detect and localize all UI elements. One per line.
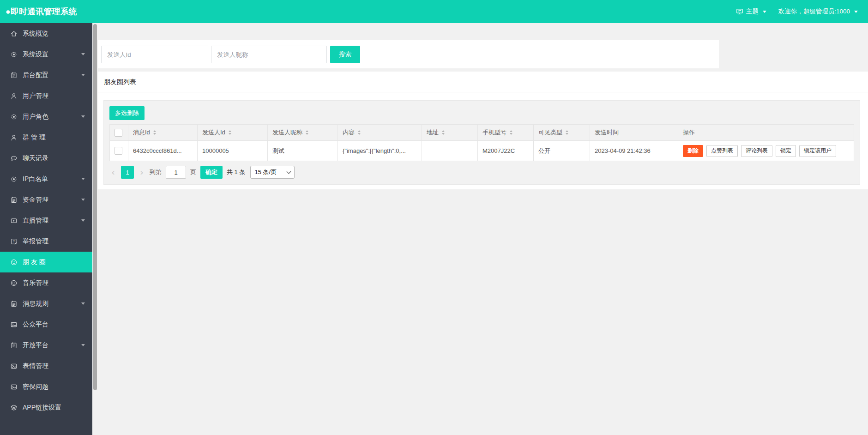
- sidebar-item-report-management[interactable]: ?举报管理: [0, 231, 92, 252]
- sidebar-item-label: 朋 友 圈: [23, 258, 46, 266]
- table-card: 多选删除 消息Id发送人Id发送人昵称内容地址手机型号可见类型发送时间操作 64…: [103, 100, 860, 185]
- sidebar-item-moments[interactable]: 朋 友 圈: [0, 252, 92, 272]
- theme-label: 主题: [746, 7, 759, 16]
- action-lock-button[interactable]: 锁定: [776, 145, 796, 157]
- column-header-sender_id: 发送人Id: [202, 128, 225, 137]
- theme-menu[interactable]: 主题: [736, 7, 766, 16]
- column-header-actions: 操作: [683, 128, 695, 137]
- action-like-list-button[interactable]: 点赞列表: [706, 145, 738, 157]
- sort-icon[interactable]: [358, 130, 361, 135]
- select-all-checkbox[interactable]: [115, 129, 122, 137]
- report-icon: ?: [10, 238, 18, 245]
- sidebar: 系统概览系统设置后台配置用户管理用户角色群 管 理聊天记录IP白名单资金管理直播…: [0, 23, 92, 435]
- sidebar-scrollbar-thumb[interactable]: [93, 24, 97, 390]
- chat-icon: [10, 155, 18, 162]
- svg-text:?: ?: [13, 239, 15, 243]
- sidebar-item-label: 系统设置: [23, 50, 48, 59]
- cell-address: [422, 141, 478, 161]
- user-menu[interactable]: 欢迎你，超级管理员:1000: [778, 7, 858, 16]
- sidebar-item-label: 后台配置: [23, 71, 48, 79]
- cell-content: {"images":[{"length":0,...: [338, 141, 422, 161]
- chevron-down-icon: [854, 11, 858, 13]
- sidebar-item-system-settings[interactable]: 系统设置: [0, 44, 92, 65]
- sidebar-item-chat-records[interactable]: 聊天记录: [0, 148, 92, 169]
- sidebar-item-system-overview[interactable]: 系统概览: [0, 23, 92, 44]
- sort-icon[interactable]: [306, 130, 308, 135]
- page-title: 朋友圈列表: [98, 72, 868, 92]
- cell-send_time: 2023-04-09 21:42:36: [590, 141, 678, 161]
- sort-icon[interactable]: [229, 130, 231, 135]
- bulk-delete-button[interactable]: 多选删除: [109, 106, 145, 120]
- goto-suffix-label: 页: [190, 168, 196, 176]
- sidebar-item-public-platform[interactable]: 公众平台: [0, 314, 92, 335]
- prev-page-icon[interactable]: ‹: [109, 166, 117, 179]
- sort-icon[interactable]: [566, 130, 568, 135]
- current-page-button[interactable]: 1: [121, 166, 134, 179]
- sidebar-item-label: 直播管理: [23, 217, 48, 225]
- table-row: 6432c0cccf861d...10000005测试{"images":[{"…: [110, 141, 854, 161]
- sidebar-item-label: 表情管理: [23, 362, 48, 370]
- notepad-icon: [10, 196, 18, 204]
- sidebar-item-live-management[interactable]: 直播管理: [0, 210, 92, 231]
- smiley-icon: [10, 279, 18, 287]
- user-icon: [10, 92, 18, 100]
- page-size-select[interactable]: 15 条/页: [250, 166, 295, 179]
- sidebar-scrollbar-track: [92, 23, 98, 435]
- action-lock-user-button[interactable]: 锁定该用户: [799, 145, 836, 157]
- chevron-down-icon: [287, 169, 291, 174]
- sidebar-item-user-roles[interactable]: 用户角色: [0, 106, 92, 127]
- goto-page-input[interactable]: [166, 166, 186, 179]
- theme-icon: [736, 8, 743, 15]
- gear-icon: [10, 113, 18, 121]
- sidebar-item-emoji-management[interactable]: 表情管理: [0, 356, 92, 376]
- sender-id-input[interactable]: [101, 46, 208, 63]
- topbar: ●即时通讯管理系统 主题 欢迎你，超级管理员:1000: [0, 0, 868, 23]
- image-icon: [10, 362, 18, 370]
- sidebar-item-user-management[interactable]: 用户管理: [0, 85, 92, 106]
- sidebar-item-label: 聊天记录: [23, 154, 48, 163]
- sidebar-item-label: 资金管理: [23, 196, 48, 204]
- sidebar-item-label: IP白名单: [23, 175, 48, 183]
- chevron-down-icon: [81, 53, 85, 55]
- sidebar-item-open-platform[interactable]: 开放平台: [0, 335, 92, 356]
- sidebar-item-funds-management[interactable]: 资金管理: [0, 189, 92, 210]
- sidebar-item-security-questions[interactable]: 密保问题: [0, 376, 92, 397]
- sender-nickname-input[interactable]: [211, 46, 327, 63]
- row-checkbox[interactable]: [115, 147, 122, 155]
- moments-table: 消息Id发送人Id发送人昵称内容地址手机型号可见类型发送时间操作 6432c0c…: [109, 124, 854, 161]
- chevron-down-icon: [81, 115, 85, 118]
- sidebar-item-label: 密保问题: [23, 383, 48, 391]
- sort-icon[interactable]: [510, 130, 512, 135]
- total-count-label: 共 1 条: [227, 168, 245, 176]
- sidebar-item-app-link-settings[interactable]: APP链接设置: [0, 397, 92, 418]
- sidebar-item-music-management[interactable]: 音乐管理: [0, 272, 92, 293]
- sidebar-item-message-rules[interactable]: 消息规则: [0, 293, 92, 314]
- sidebar-item-label: 群 管 理: [23, 133, 46, 142]
- sidebar-item-label: 开放平台: [23, 341, 48, 350]
- next-page-icon[interactable]: ›: [138, 166, 145, 179]
- action-delete-button[interactable]: 删除: [683, 145, 703, 157]
- search-button[interactable]: 搜索: [330, 46, 360, 63]
- column-header-send_time: 发送时间: [595, 128, 619, 137]
- image-icon: [10, 383, 18, 391]
- column-header-sender_nickname: 发送人昵称: [272, 128, 302, 137]
- app-title: ●即时通讯管理系统: [6, 6, 77, 17]
- cell-message_id: 6432c0cccf861d...: [128, 141, 198, 161]
- action-comment-list-button[interactable]: 评论列表: [741, 145, 772, 157]
- layers-icon: [10, 404, 18, 411]
- sidebar-item-group-management[interactable]: 群 管 理: [0, 127, 92, 148]
- main-content: 搜索 朋友圈列表 多选删除 消息Id发送人Id发送人昵称内容地址手机型号可见类型…: [98, 23, 868, 435]
- goto-prefix-label: 到第: [150, 168, 162, 176]
- notepad-icon: [10, 300, 18, 308]
- sidebar-item-label: 系统概览: [23, 30, 48, 38]
- sidebar-item-ip-whitelist[interactable]: IP白名单: [0, 169, 92, 189]
- sidebar-item-backend-config[interactable]: 后台配置: [0, 65, 92, 85]
- chevron-down-icon: [81, 219, 85, 222]
- pagination: ‹ 1 › 到第 页 确定 共 1 条 15 条/页: [109, 166, 854, 179]
- sort-icon[interactable]: [153, 130, 156, 135]
- smiley-icon: [10, 259, 18, 266]
- chevron-down-icon: [81, 302, 85, 305]
- video-icon: [10, 217, 18, 224]
- goto-confirm-button[interactable]: 确定: [200, 166, 223, 179]
- sort-icon[interactable]: [442, 130, 445, 135]
